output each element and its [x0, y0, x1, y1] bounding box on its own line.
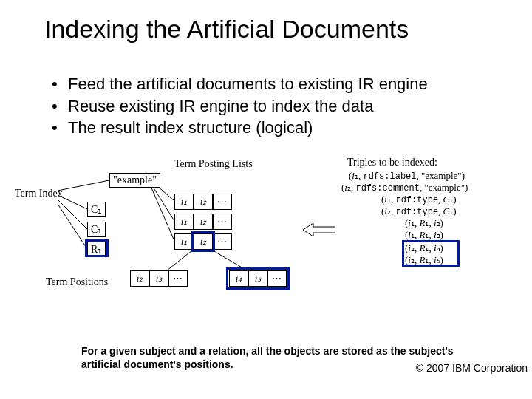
triple: (i₁, R₁, i₃) — [405, 229, 443, 241]
posting-cell: i₁ — [174, 194, 194, 210]
position-cell: i₄ — [229, 270, 248, 287]
svg-line-5 — [151, 183, 174, 221]
triple: (i₁, rdf:type, C₁) — [381, 194, 457, 205]
posting-cell: i₁ — [174, 233, 194, 250]
posting-cell: ⋯ — [213, 233, 232, 250]
slide-title: Indexing the Artificial Documents — [0, 0, 532, 51]
caption-text: For a given subject and a relation, all … — [81, 345, 473, 371]
triples-header: Triples to be indexed: — [347, 157, 437, 168]
triple: (i₂, rdf:type, C₁) — [381, 205, 457, 217]
posting-cell: i₁ — [174, 214, 194, 230]
posting-cell: i₂ — [194, 233, 213, 250]
term-c1: C₁ — [87, 202, 106, 217]
triple: (i₁, rdfs:label, "example") — [349, 170, 465, 182]
posting-cell: i₂ — [194, 194, 213, 210]
arrow-left-icon — [303, 223, 335, 236]
bullet-item: The result index structure (logical) — [52, 117, 502, 139]
bullet-list: Feed the artificial documents to existin… — [0, 51, 532, 146]
bullet-item: Reuse existing IR engine to index the da… — [52, 95, 502, 117]
triple: (i₂, rdfs:comment, "example") — [341, 182, 468, 194]
copyright-text: © 2007 IBM Corporation — [416, 362, 528, 374]
term-index-text: Term Index — [15, 188, 63, 199]
term-positions-label: Term Positions — [46, 276, 108, 288]
triple: (i₂, R₁, i₄) — [405, 242, 443, 254]
posting-cell: ⋯ — [213, 194, 232, 210]
term-c1b: C₁ — [87, 222, 106, 237]
posting-cell: i₂ — [194, 214, 213, 230]
svg-line-3 — [58, 204, 87, 249]
svg-line-0 — [58, 180, 109, 191]
posting-cell: ⋯ — [213, 214, 232, 230]
term-example: "example" — [109, 173, 160, 188]
svg-line-2 — [58, 200, 87, 229]
triple: (i₂, R₁, i₅) — [405, 254, 443, 266]
position-cell: i₃ — [149, 270, 168, 287]
term-index-label: Term Index — [15, 188, 63, 200]
bullet-item: Feed the artificial documents to existin… — [52, 73, 502, 95]
svg-marker-9 — [303, 223, 335, 236]
position-cell: i₂ — [130, 270, 149, 287]
posting-lists-label: Term Posting Lists — [174, 158, 253, 170]
svg-line-6 — [151, 186, 174, 241]
position-cell: ⋯ — [267, 270, 287, 287]
position-cell: ⋯ — [168, 270, 188, 287]
index-diagram: Term Index "example" C₁ C₁ R₁ Term Posti… — [0, 152, 532, 315]
position-cell: i₅ — [248, 270, 267, 287]
term-r1: R₁ — [87, 242, 106, 257]
triple: (i₁, R₁, i₂) — [405, 217, 443, 229]
